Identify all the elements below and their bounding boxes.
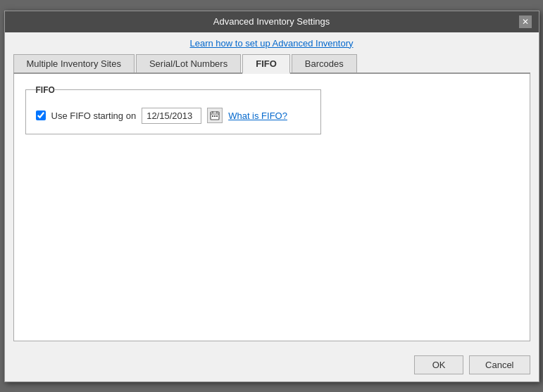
svg-rect-6 [216, 115, 218, 117]
what-is-fifo-link[interactable]: What is FIFO? [228, 110, 287, 121]
tabs-container: Multiple Inventory Sites Serial/Lot Numb… [13, 54, 530, 74]
fifo-row: Use FIFO starting on What [36, 108, 311, 124]
fifo-checkbox[interactable] [36, 110, 46, 120]
title-bar: Advanced Inventory Settings ✕ [5, 11, 539, 32]
tab-serial-lot[interactable]: Serial/Lot Numbers [136, 54, 241, 72]
content-area: FIFO Use FIFO starting on [13, 74, 530, 341]
fifo-group: FIFO Use FIFO starting on [25, 85, 321, 134]
fifo-legend: FIFO [36, 85, 55, 95]
svg-rect-5 [214, 115, 216, 117]
learn-link[interactable]: Learn how to set up Advanced Inventory [13, 38, 530, 49]
tab-multiple-inventory[interactable]: Multiple Inventory Sites [13, 54, 135, 72]
fifo-checkbox-label: Use FIFO starting on [51, 110, 137, 121]
svg-rect-4 [212, 115, 213, 117]
tab-barcodes[interactable]: Barcodes [292, 54, 357, 72]
ok-button[interactable]: OK [414, 355, 463, 374]
close-button[interactable]: ✕ [519, 15, 532, 28]
dialog-body: Learn how to set up Advanced Inventory M… [5, 32, 539, 350]
calendar-icon[interactable] [207, 108, 223, 123]
cancel-button[interactable]: Cancel [469, 355, 530, 374]
dialog-footer: OK Cancel [5, 350, 539, 381]
tab-fifo[interactable]: FIFO [242, 54, 290, 74]
advanced-inventory-dialog: Advanced Inventory Settings ✕ Learn how … [4, 11, 539, 382]
fifo-date-input[interactable] [142, 108, 201, 124]
dialog-title: Advanced Inventory Settings [25, 16, 519, 27]
